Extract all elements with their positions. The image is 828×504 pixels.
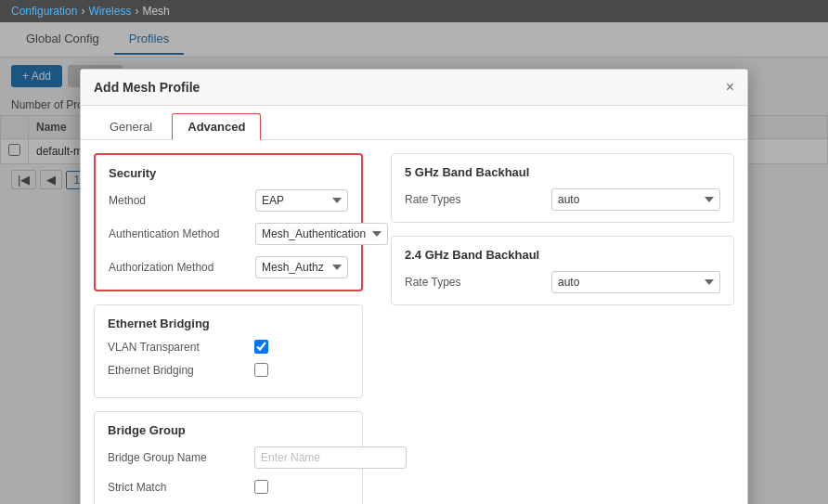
strict-match-row: Strict Match [108, 480, 349, 494]
sep2: › [135, 5, 138, 18]
bridge-group-title: Bridge Group [108, 423, 349, 437]
nav-mesh: Mesh [142, 5, 169, 18]
auth-method-label: Authentication Method [109, 227, 248, 240]
security-section: Security Method EAP PSK None Authenticat… [94, 153, 363, 291]
main-area: Global Config Profiles + Add Delete Numb… [0, 22, 828, 504]
right-panel: 5 GHz Band Backhaul Rate Types auto lega… [382, 153, 734, 504]
ethernet-section: Ethernet Bridging VLAN Transparent Ether… [94, 304, 363, 398]
method-select[interactable]: EAP PSK None [255, 189, 348, 212]
modal-add-mesh-profile: Add Mesh Profile × General Advanced Secu… [80, 69, 748, 504]
nav-wireless[interactable]: Wireless [88, 5, 131, 18]
band5-rate-select[interactable]: auto legacy 11n [551, 188, 720, 211]
security-title: Security [109, 166, 348, 180]
band24-title: 2.4 GHz Band Backhaul [405, 248, 720, 262]
method-label: Method [109, 194, 248, 207]
ethernet-bridging-label: Ethernet Bridging [108, 364, 247, 377]
authz-method-label: Authorization Method [109, 261, 248, 274]
band24-rate-label: Rate Types [405, 276, 544, 289]
vlan-transparent-row: VLAN Transparent [108, 340, 349, 354]
modal-header: Add Mesh Profile × [81, 70, 747, 106]
band24-rate-select[interactable]: auto legacy 11n [551, 271, 720, 293]
ethernet-bridging-checkbox[interactable] [254, 363, 268, 377]
sep1: › [81, 5, 84, 18]
band5-title: 5 GHz Band Backhaul [405, 165, 720, 179]
ethernet-title: Ethernet Bridging [108, 317, 349, 330]
band5-section: 5 GHz Band Backhaul Rate Types auto lega… [391, 153, 734, 223]
modal-close-button[interactable]: × [726, 79, 734, 96]
authz-method-select[interactable]: Mesh_Authz [255, 256, 348, 278]
modal-tab-advanced[interactable]: Advanced [172, 113, 261, 140]
strict-match-checkbox[interactable] [254, 480, 268, 494]
bridge-group-name-label: Bridge Group Name [108, 451, 247, 464]
vlan-transparent-label: VLAN Transparent [108, 341, 247, 354]
nav-configuration[interactable]: Configuration [11, 5, 77, 18]
modal-tab-general[interactable]: General [94, 113, 168, 139]
breadcrumb: Configuration › Wireless › Mesh [0, 0, 828, 22]
band24-section: 2.4 GHz Band Backhaul Rate Types auto le… [391, 236, 734, 305]
modal-body: Security Method EAP PSK None Authenticat… [81, 140, 747, 504]
band24-rate-row: Rate Types auto legacy 11n [405, 271, 720, 293]
strict-match-label: Strict Match [108, 481, 247, 494]
left-panel: Security Method EAP PSK None Authenticat… [94, 153, 382, 504]
method-row: Method EAP PSK None [109, 189, 348, 212]
band5-rate-row: Rate Types auto legacy 11n [405, 188, 720, 211]
bridge-group-section: Bridge Group Bridge Group Name Strict Ma… [94, 411, 363, 504]
vlan-transparent-checkbox[interactable] [254, 340, 268, 354]
band5-rate-label: Rate Types [405, 193, 544, 206]
bridge-group-name-row: Bridge Group Name [108, 446, 349, 469]
auth-method-select[interactable]: Mesh_Authentication [255, 223, 388, 245]
modal-tabs: General Advanced [81, 106, 747, 140]
ethernet-bridging-row: Ethernet Bridging [108, 363, 349, 377]
modal-overlay: Add Mesh Profile × General Advanced Secu… [0, 22, 828, 504]
authz-method-row: Authorization Method Mesh_Authz [109, 256, 348, 278]
auth-method-row: Authentication Method Mesh_Authenticatio… [109, 223, 348, 245]
modal-title: Add Mesh Profile [94, 80, 200, 95]
